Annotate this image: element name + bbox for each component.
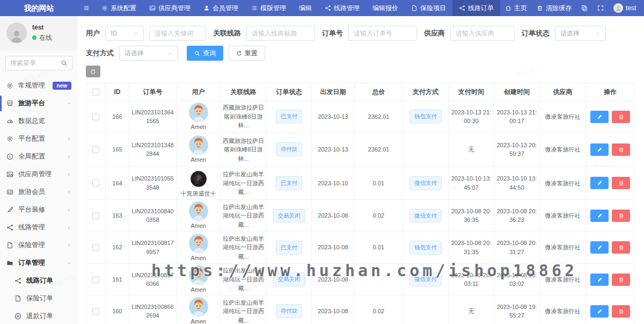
edit-button[interactable] — [590, 273, 609, 286]
topnav-item-8[interactable]: 线路订单 — [452, 0, 500, 16]
row-checkbox[interactable] — [92, 179, 99, 186]
sidebar-item-label: 退款订单 — [26, 312, 53, 321]
row-checkbox[interactable] — [92, 244, 99, 251]
ban-icon — [14, 313, 21, 320]
depart-date: 2023-10-08 — [318, 308, 348, 314]
table-row: 160LIN20231008662694Amen拉萨出发山南羊湖纯玩一日游西藏.… — [86, 296, 635, 324]
user-cell: Amen — [178, 234, 218, 262]
edit-button[interactable] — [590, 177, 609, 189]
search-button[interactable]: 查询 — [187, 46, 223, 61]
order-no-input[interactable] — [348, 26, 417, 41]
topnav-item-3[interactable]: 模版管理 — [245, 0, 292, 16]
copy-button[interactable] — [576, 0, 592, 16]
edit-button[interactable] — [590, 210, 609, 222]
total-price: 2362.01 — [368, 146, 390, 153]
topnav-item-6[interactable]: 编辑报价 — [366, 0, 405, 16]
sidebar-item-9[interactable]: 保险管理 — [0, 236, 78, 254]
delete-button[interactable] — [612, 273, 630, 286]
depart-date-cell: 2023-10-13 — [312, 133, 355, 167]
fullscreen-button[interactable] — [592, 0, 609, 16]
sidebar-item-label: 常规管理 — [18, 81, 45, 90]
route-cell: 拉萨出发山南羊湖纯玩一日游西藏... — [221, 263, 267, 295]
select-all-header-cell — [86, 83, 106, 101]
order-id-cell: 162 — [106, 232, 129, 263]
settings-button[interactable] — [641, 0, 644, 16]
topbar: 我的网站 系统配置供应商管理会员管理模版管理编辑线路管理编辑报价保险项目线路订单… — [0, 0, 644, 16]
topnav-item-2[interactable]: 会员管理 — [197, 0, 245, 16]
total-price-cell — [355, 263, 403, 295]
refresh-table-button[interactable] — [86, 66, 100, 77]
topnav-item-label: 编辑 — [299, 4, 312, 13]
trash-icon — [537, 5, 543, 11]
row-checkbox[interactable] — [92, 146, 99, 153]
pay-time: 无 — [469, 308, 474, 314]
edit-button[interactable] — [590, 305, 609, 318]
chevron-down-icon — [167, 51, 173, 56]
pay-method-select[interactable]: 请选择 — [119, 46, 178, 61]
sidebar-item-10[interactable]: 订单管理 — [0, 254, 78, 272]
edit-button[interactable] — [590, 111, 609, 123]
supplier-input[interactable] — [450, 26, 515, 41]
search-icon — [61, 60, 68, 67]
sidebar-item-7[interactable]: 平台装修 — [0, 201, 78, 219]
pencil-icon — [597, 213, 603, 219]
user-field-select[interactable]: ID — [105, 26, 144, 41]
status-cell: 已支付 — [267, 167, 312, 200]
delete-button[interactable] — [612, 210, 630, 222]
select-all-checkbox[interactable] — [92, 89, 99, 96]
sidebar-item-5[interactable]: 供应商管理 — [0, 165, 78, 183]
topnav-item-1[interactable]: 供应商管理 — [143, 0, 197, 16]
sidebar-toggle-button[interactable] — [78, 0, 95, 16]
pay-time: 2023-10-13 21:00:30 — [451, 109, 492, 125]
total-price-cell: 0.02 — [355, 296, 403, 324]
route-input[interactable] — [246, 26, 315, 41]
total-price: 0.02 — [373, 212, 384, 219]
topnav-item-4[interactable]: 编辑 — [292, 0, 318, 16]
sidebar-item-8[interactable]: 线路管理 — [0, 219, 78, 236]
pay-method-cell: 钱包支付 — [403, 101, 449, 133]
row-checkbox[interactable] — [92, 308, 99, 315]
status-cell: 待付款 — [267, 296, 312, 324]
user-menu[interactable]: test — [609, 0, 641, 16]
order-number-cell: LIN20231008179957 — [129, 232, 177, 263]
order-status-select[interactable]: 请选择 — [555, 26, 606, 41]
user-keyword-input[interactable] — [149, 26, 206, 41]
sidebar-item-11[interactable]: 线路订单 — [0, 272, 78, 290]
sidebar-item-1[interactable]: 旅游平台 — [0, 95, 78, 112]
menu-search-input[interactable]: 搜索菜单 — [5, 56, 72, 70]
edit-button[interactable] — [590, 241, 609, 254]
home-button[interactable]: 主页 — [500, 0, 532, 16]
delete-button[interactable] — [612, 143, 630, 156]
total-price-cell: 2362.01 — [355, 101, 403, 133]
delete-button[interactable] — [612, 241, 630, 254]
delete-button[interactable] — [612, 111, 630, 123]
sidebar-item-13[interactable]: 退款订单 — [0, 307, 78, 324]
pay-time: 2023-10-10 13:45:07 — [451, 175, 492, 191]
sidebar-item-4[interactable]: 全局配置 — [0, 148, 78, 165]
order-number: LIN20231008276066 — [131, 272, 173, 287]
sidebar-item-6[interactable]: 旅游会员 — [0, 183, 78, 201]
order-number-cell: LIN20231010553548 — [129, 167, 177, 200]
delete-button[interactable] — [612, 305, 630, 318]
reset-button[interactable]: 重置 — [229, 46, 265, 61]
file-icon — [6, 242, 13, 249]
order-number: LIN20231013482844 — [131, 142, 173, 157]
depart-date: 2023-10-08 — [318, 276, 348, 283]
sidebar-item-3[interactable]: 平台配置 — [0, 130, 78, 148]
sidebar-item-label: 订单管理 — [18, 258, 45, 268]
sidebar-item-12[interactable]: 保险订单 — [0, 290, 78, 307]
row-checkbox[interactable] — [92, 276, 99, 283]
topnav-item-5[interactable]: 线路管理 — [318, 0, 366, 16]
topnav-item-0[interactable]: 系统配置 — [95, 0, 143, 16]
total-price: 0.01 — [373, 180, 384, 186]
sidebar-item-2[interactable]: 数据总览 — [0, 112, 78, 130]
clear-cache-button[interactable]: 清除缓存 — [532, 0, 576, 16]
sidebar-item-0[interactable]: 常规管理new — [0, 77, 78, 95]
status-cell: 待付款 — [267, 133, 312, 167]
edit-button[interactable] — [590, 143, 609, 156]
row-checkbox[interactable] — [92, 113, 99, 120]
topnav-item-7[interactable]: 保险项目 — [405, 0, 452, 16]
row-checkbox[interactable] — [92, 212, 99, 219]
order-number-cell: LIN20231008276066 — [129, 263, 177, 295]
delete-button[interactable] — [612, 177, 630, 189]
